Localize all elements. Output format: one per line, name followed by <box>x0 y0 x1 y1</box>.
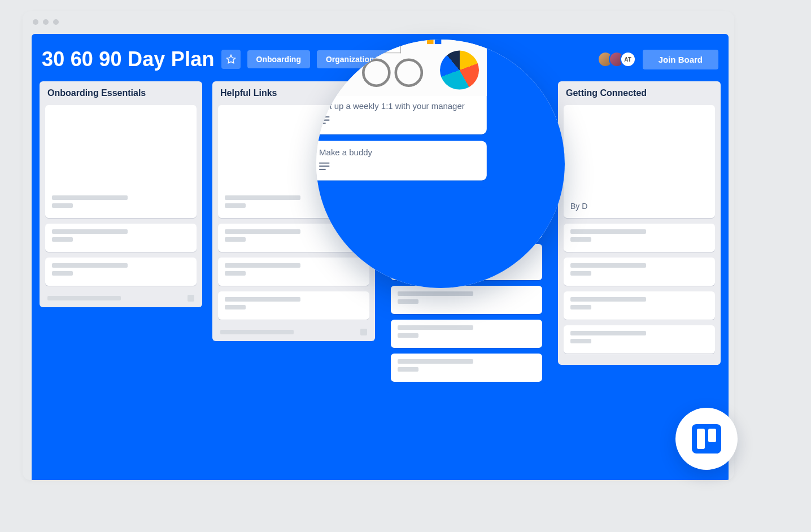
member-avatars: AT <box>598 51 636 67</box>
bar-icon <box>427 40 434 44</box>
add-card-row[interactable] <box>218 325 369 335</box>
placeholder-line <box>225 195 300 200</box>
placeholder-line <box>220 330 294 334</box>
card[interactable] <box>564 291 715 320</box>
placeholder-line <box>570 229 646 234</box>
placeholder-line <box>398 359 473 364</box>
placeholder-line <box>570 263 646 268</box>
placeholder-line <box>52 237 73 242</box>
list-title[interactable]: Onboarding Essentials <box>45 88 197 105</box>
list-onboarding-essentials: Onboarding Essentials <box>40 81 202 307</box>
wheel-icon <box>395 58 424 87</box>
placeholder-line <box>570 305 591 309</box>
placeholder-line <box>570 331 646 335</box>
add-card-row[interactable] <box>45 291 197 302</box>
placeholder-icon <box>360 329 367 335</box>
svg-rect-12 <box>319 169 326 170</box>
placeholder-line <box>225 271 246 276</box>
svg-rect-10 <box>319 162 329 163</box>
card[interactable] <box>564 325 715 354</box>
magnified-card[interactable]: Make a buddy <box>316 141 487 180</box>
placeholder-line <box>570 297 646 302</box>
svg-marker-0 <box>226 55 235 63</box>
board-title: 30 60 90 Day Plan <box>42 47 215 71</box>
join-board-button[interactable]: Join Board <box>643 50 718 69</box>
placeholder-line <box>570 339 591 343</box>
bar-icon <box>435 40 442 44</box>
placeholder-line <box>225 237 246 242</box>
card-text: Make a buddy <box>319 147 479 157</box>
trello-logo-fab[interactable] <box>675 408 738 470</box>
window-dot[interactable] <box>33 19 38 25</box>
header-right: AT Join Board <box>598 50 718 69</box>
placeholder-line <box>52 229 128 234</box>
window-controls <box>23 11 734 33</box>
card[interactable] <box>564 224 715 252</box>
card[interactable] <box>218 258 369 286</box>
card[interactable] <box>218 291 369 320</box>
pie-chart-icon <box>440 51 479 90</box>
star-button[interactable] <box>221 50 241 69</box>
placeholder-line <box>398 333 418 338</box>
placeholder-line <box>52 203 73 208</box>
trello-logo-icon <box>692 424 721 453</box>
card-text: Set up a weekly 1:1 with your manager <box>319 101 479 111</box>
card[interactable] <box>391 286 542 314</box>
card[interactable] <box>391 320 542 348</box>
workspace-chip[interactable]: Onboarding <box>247 50 310 68</box>
placeholder-line <box>47 296 121 300</box>
window-dot[interactable] <box>53 19 59 25</box>
placeholder-line <box>225 229 300 234</box>
card[interactable] <box>45 224 197 252</box>
placeholder-line <box>225 263 300 268</box>
description-icon <box>319 161 329 173</box>
card[interactable] <box>45 258 197 286</box>
star-icon <box>226 54 236 64</box>
window-dot[interactable] <box>43 19 49 25</box>
card[interactable] <box>391 354 542 382</box>
placeholder-line <box>52 263 128 268</box>
placeholder-line <box>52 195 128 200</box>
list-title[interactable]: Getting Connected <box>564 88 715 105</box>
placeholder-line <box>225 203 246 208</box>
placeholder-line <box>398 367 418 372</box>
placeholder-line <box>52 271 73 276</box>
placeholder-line <box>398 299 418 304</box>
placeholder-icon <box>188 295 194 302</box>
placeholder-line <box>570 271 591 276</box>
placeholder-line <box>225 305 246 309</box>
placeholder-line <box>225 297 300 302</box>
placeholder-line <box>570 237 591 242</box>
magnifier-lens: Your First Week 22 Set up a weekly 1:1 w… <box>316 40 565 288</box>
card[interactable] <box>564 258 715 286</box>
card[interactable] <box>45 105 197 218</box>
avatar-initials[interactable]: AT <box>620 51 636 67</box>
card-text: By D <box>570 202 587 211</box>
placeholder-line <box>398 325 473 330</box>
svg-rect-11 <box>319 165 329 167</box>
placeholder-line <box>398 291 473 296</box>
card[interactable]: By D <box>564 105 715 218</box>
list-getting-connected: Getting Connected By D <box>558 81 721 365</box>
